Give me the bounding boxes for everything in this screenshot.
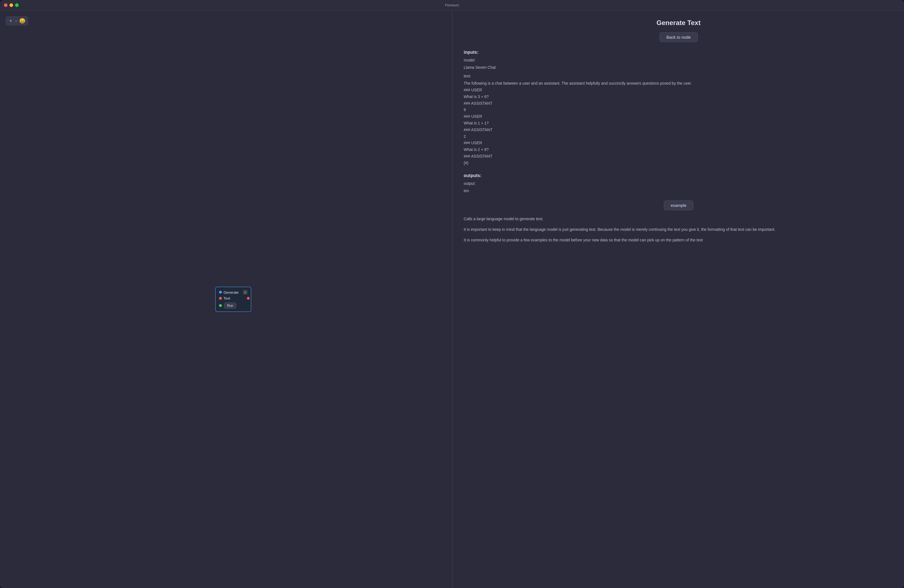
detail-title: Generate Text: [464, 19, 893, 27]
output-key: output:: [464, 180, 893, 187]
app-body: + - 😀 Generate ☒ Text: [0, 11, 904, 588]
inputs-section: inputs: model: Llama Seven Chat text: Th…: [464, 50, 893, 166]
node-run-row: Run: [219, 303, 247, 309]
node-header: Generate ☒: [219, 290, 247, 294]
node-delete-button[interactable]: ☒: [243, 290, 247, 294]
detail-panel[interactable]: Generate Text Back to node inputs: model…: [452, 11, 904, 588]
output-value: ten: [464, 188, 893, 194]
minimize-button[interactable]: [9, 3, 13, 7]
node-title-row: Generate: [219, 290, 239, 294]
node-title-row2: Text: [219, 296, 247, 300]
node-input-dot: [219, 291, 222, 294]
node-run-button[interactable]: Run: [224, 303, 236, 309]
node-output-connector: [247, 297, 250, 300]
inputs-label: inputs:: [464, 50, 893, 55]
remove-node-button[interactable]: -: [14, 19, 18, 23]
text-value: The following is a chat between a user a…: [464, 80, 893, 166]
title-bar: Floneum: [0, 0, 904, 11]
close-button[interactable]: [4, 3, 8, 7]
emoji-icon: 😀: [19, 18, 25, 24]
node-line2: Text: [223, 296, 230, 300]
maximize-button[interactable]: [15, 3, 19, 7]
description-1: Calls a large language model to generate…: [464, 216, 893, 223]
outputs-section: outputs: output: ten: [464, 173, 893, 194]
text-key: text:: [464, 73, 893, 79]
description-2: It is important to keep in mind that the…: [464, 226, 893, 233]
description-3: It is commonly helpful to provide a few …: [464, 237, 893, 243]
canvas-panel: + - 😀 Generate ☒ Text: [0, 11, 452, 588]
back-to-node-button[interactable]: Back to node: [659, 32, 698, 42]
example-button[interactable]: example: [664, 201, 694, 210]
node-run-dot: [219, 304, 222, 307]
outputs-label: outputs:: [464, 173, 893, 178]
back-btn-row: Back to node: [464, 32, 893, 42]
canvas-toolbar: + - 😀: [6, 16, 28, 25]
model-value: Llama Seven Chat: [464, 64, 893, 70]
node-text-dot: [219, 297, 222, 300]
model-key: model:: [464, 57, 893, 63]
window-title: Floneum: [445, 3, 459, 7]
example-btn-row: example: [464, 201, 893, 210]
generate-text-node[interactable]: Generate ☒ Text Run: [215, 287, 251, 312]
traffic-lights: [4, 3, 19, 7]
add-node-button[interactable]: +: [8, 19, 13, 23]
app-window: Floneum + - 😀 Generate ☒: [0, 0, 904, 588]
node-line1: Generate: [223, 290, 239, 294]
